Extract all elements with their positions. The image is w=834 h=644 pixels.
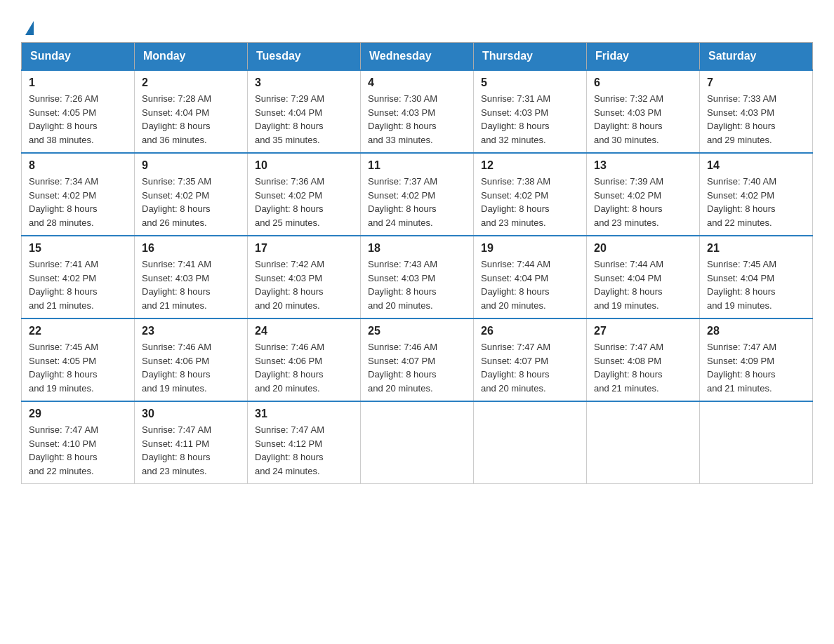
calendar-cell: 19Sunrise: 7:44 AMSunset: 4:04 PMDayligh… — [474, 236, 587, 318]
day-info: Sunrise: 7:46 AMSunset: 4:06 PMDaylight:… — [255, 340, 353, 395]
calendar-cell: 2Sunrise: 7:28 AMSunset: 4:04 PMDaylight… — [135, 70, 248, 153]
day-info: Sunrise: 7:39 AMSunset: 4:02 PMDaylight:… — [594, 175, 692, 229]
day-number: 28 — [707, 325, 805, 337]
day-info: Sunrise: 7:34 AMSunset: 4:02 PMDaylight:… — [29, 175, 127, 229]
calendar-cell: 13Sunrise: 7:39 AMSunset: 4:02 PMDayligh… — [587, 153, 700, 236]
calendar-cell — [361, 401, 474, 484]
week-row-2: 8Sunrise: 7:34 AMSunset: 4:02 PMDaylight… — [22, 153, 813, 236]
day-number: 8 — [29, 159, 127, 172]
day-number: 2 — [142, 76, 240, 89]
day-number: 30 — [142, 408, 240, 420]
day-number: 15 — [29, 242, 127, 255]
day-number: 3 — [255, 76, 353, 89]
calendar-cell: 15Sunrise: 7:41 AMSunset: 4:02 PMDayligh… — [22, 236, 135, 318]
day-number: 16 — [142, 242, 240, 255]
day-info: Sunrise: 7:28 AMSunset: 4:04 PMDaylight:… — [142, 92, 240, 147]
day-number: 29 — [29, 408, 127, 420]
calendar-cell: 9Sunrise: 7:35 AMSunset: 4:02 PMDaylight… — [135, 153, 248, 236]
calendar-cell: 7Sunrise: 7:33 AMSunset: 4:03 PMDaylight… — [700, 70, 813, 153]
day-number: 17 — [255, 242, 353, 255]
calendar-cell — [474, 401, 587, 484]
day-info: Sunrise: 7:35 AMSunset: 4:02 PMDaylight:… — [142, 175, 240, 229]
header-tuesday: Tuesday — [248, 43, 361, 71]
day-number: 19 — [481, 242, 579, 255]
day-number: 20 — [594, 242, 692, 255]
day-number: 11 — [368, 159, 466, 172]
header-friday: Friday — [587, 43, 700, 71]
day-number: 4 — [368, 76, 466, 89]
header-monday: Monday — [135, 43, 248, 71]
day-info: Sunrise: 7:43 AMSunset: 4:03 PMDaylight:… — [368, 257, 466, 312]
day-info: Sunrise: 7:26 AMSunset: 4:05 PMDaylight:… — [29, 92, 127, 147]
day-info: Sunrise: 7:47 AMSunset: 4:08 PMDaylight:… — [594, 340, 692, 395]
logo — [21, 21, 34, 35]
calendar-cell: 5Sunrise: 7:31 AMSunset: 4:03 PMDaylight… — [474, 70, 587, 153]
calendar-cell: 1Sunrise: 7:26 AMSunset: 4:05 PMDaylight… — [22, 70, 135, 153]
day-info: Sunrise: 7:47 AMSunset: 4:09 PMDaylight:… — [707, 340, 805, 395]
calendar-cell: 29Sunrise: 7:47 AMSunset: 4:10 PMDayligh… — [22, 401, 135, 484]
day-info: Sunrise: 7:40 AMSunset: 4:02 PMDaylight:… — [707, 175, 805, 229]
header-saturday: Saturday — [700, 43, 813, 71]
calendar-cell: 6Sunrise: 7:32 AMSunset: 4:03 PMDaylight… — [587, 70, 700, 153]
day-info: Sunrise: 7:29 AMSunset: 4:04 PMDaylight:… — [255, 92, 353, 147]
day-info: Sunrise: 7:45 AMSunset: 4:05 PMDaylight:… — [29, 340, 127, 395]
logo-triangle-icon — [25, 21, 34, 35]
week-row-5: 29Sunrise: 7:47 AMSunset: 4:10 PMDayligh… — [22, 401, 813, 484]
calendar-cell: 31Sunrise: 7:47 AMSunset: 4:12 PMDayligh… — [248, 401, 361, 484]
day-number: 14 — [707, 159, 805, 172]
day-info: Sunrise: 7:44 AMSunset: 4:04 PMDaylight:… — [481, 257, 579, 312]
calendar-cell — [587, 401, 700, 484]
day-info: Sunrise: 7:41 AMSunset: 4:03 PMDaylight:… — [142, 257, 240, 312]
calendar-cell: 22Sunrise: 7:45 AMSunset: 4:05 PMDayligh… — [22, 318, 135, 401]
day-number: 1 — [29, 76, 127, 89]
day-number: 13 — [594, 159, 692, 172]
week-row-1: 1Sunrise: 7:26 AMSunset: 4:05 PMDaylight… — [22, 70, 813, 153]
day-number: 23 — [142, 325, 240, 337]
day-info: Sunrise: 7:46 AMSunset: 4:06 PMDaylight:… — [142, 340, 240, 395]
day-number: 25 — [368, 325, 466, 337]
day-number: 7 — [707, 76, 805, 89]
week-row-4: 22Sunrise: 7:45 AMSunset: 4:05 PMDayligh… — [22, 318, 813, 401]
calendar-cell: 8Sunrise: 7:34 AMSunset: 4:02 PMDaylight… — [22, 153, 135, 236]
day-number: 5 — [481, 76, 579, 89]
day-info: Sunrise: 7:47 AMSunset: 4:12 PMDaylight:… — [255, 423, 353, 478]
calendar-cell: 27Sunrise: 7:47 AMSunset: 4:08 PMDayligh… — [587, 318, 700, 401]
logo-blue-text — [21, 21, 34, 35]
day-info: Sunrise: 7:37 AMSunset: 4:02 PMDaylight:… — [368, 175, 466, 229]
calendar-cell: 24Sunrise: 7:46 AMSunset: 4:06 PMDayligh… — [248, 318, 361, 401]
day-number: 10 — [255, 159, 353, 172]
week-row-3: 15Sunrise: 7:41 AMSunset: 4:02 PMDayligh… — [22, 236, 813, 318]
day-info: Sunrise: 7:47 AMSunset: 4:11 PMDaylight:… — [142, 423, 240, 478]
calendar-header-row: SundayMondayTuesdayWednesdayThursdayFrid… — [22, 43, 813, 71]
calendar-table: SundayMondayTuesdayWednesdayThursdayFrid… — [21, 42, 813, 484]
calendar-cell — [700, 401, 813, 484]
day-info: Sunrise: 7:31 AMSunset: 4:03 PMDaylight:… — [481, 92, 579, 147]
day-info: Sunrise: 7:36 AMSunset: 4:02 PMDaylight:… — [255, 175, 353, 229]
day-number: 12 — [481, 159, 579, 172]
calendar-cell: 23Sunrise: 7:46 AMSunset: 4:06 PMDayligh… — [135, 318, 248, 401]
day-number: 27 — [594, 325, 692, 337]
day-number: 24 — [255, 325, 353, 337]
day-number: 9 — [142, 159, 240, 172]
header-sunday: Sunday — [22, 43, 135, 71]
day-number: 26 — [481, 325, 579, 337]
calendar-cell: 21Sunrise: 7:45 AMSunset: 4:04 PMDayligh… — [700, 236, 813, 318]
calendar-cell: 28Sunrise: 7:47 AMSunset: 4:09 PMDayligh… — [700, 318, 813, 401]
day-info: Sunrise: 7:44 AMSunset: 4:04 PMDaylight:… — [594, 257, 692, 312]
day-info: Sunrise: 7:42 AMSunset: 4:03 PMDaylight:… — [255, 257, 353, 312]
calendar-cell: 20Sunrise: 7:44 AMSunset: 4:04 PMDayligh… — [587, 236, 700, 318]
header-wednesday: Wednesday — [361, 43, 474, 71]
calendar-cell: 4Sunrise: 7:30 AMSunset: 4:03 PMDaylight… — [361, 70, 474, 153]
day-info: Sunrise: 7:38 AMSunset: 4:02 PMDaylight:… — [481, 175, 579, 229]
header-thursday: Thursday — [474, 43, 587, 71]
day-number: 22 — [29, 325, 127, 337]
day-info: Sunrise: 7:41 AMSunset: 4:02 PMDaylight:… — [29, 257, 127, 312]
day-info: Sunrise: 7:47 AMSunset: 4:07 PMDaylight:… — [481, 340, 579, 395]
page-header — [21, 14, 813, 35]
day-info: Sunrise: 7:33 AMSunset: 4:03 PMDaylight:… — [707, 92, 805, 147]
calendar-cell: 18Sunrise: 7:43 AMSunset: 4:03 PMDayligh… — [361, 236, 474, 318]
calendar-cell: 3Sunrise: 7:29 AMSunset: 4:04 PMDaylight… — [248, 70, 361, 153]
calendar-cell: 26Sunrise: 7:47 AMSunset: 4:07 PMDayligh… — [474, 318, 587, 401]
calendar-cell: 25Sunrise: 7:46 AMSunset: 4:07 PMDayligh… — [361, 318, 474, 401]
day-info: Sunrise: 7:46 AMSunset: 4:07 PMDaylight:… — [368, 340, 466, 395]
